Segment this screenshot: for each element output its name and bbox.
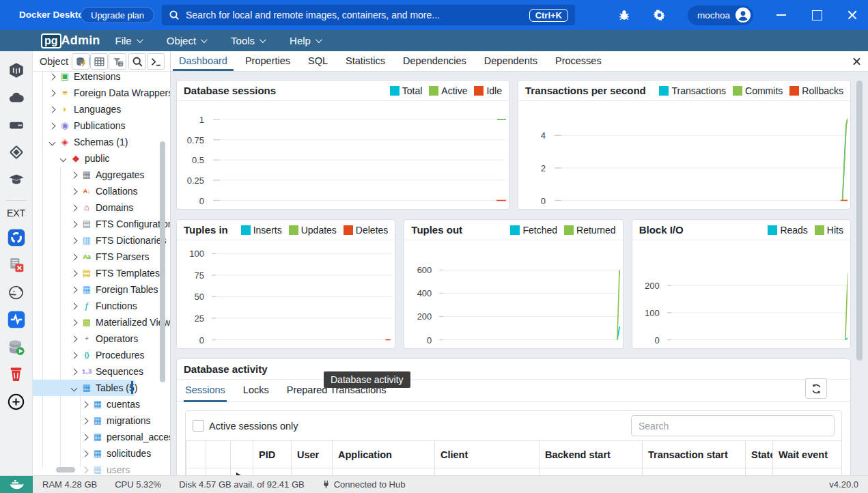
chevron-right-icon[interactable] — [79, 448, 90, 459]
sync-extension-icon[interactable] — [5, 227, 27, 249]
tree-vertical-scrollbar[interactable] — [160, 141, 165, 382]
chevron-right-icon[interactable] — [46, 104, 57, 115]
view-data-grid-button[interactable] — [90, 53, 108, 70]
chevron-right-icon[interactable] — [46, 87, 57, 98]
column-header-wait-event[interactable]: Wait event — [773, 441, 843, 468]
tab-sql[interactable]: SQL — [302, 51, 334, 71]
sessions-search-input[interactable] — [631, 415, 835, 436]
tree-item-fts-parsers[interactable]: AaFTS Parsers — [33, 249, 170, 265]
elephant-extension-icon[interactable] — [5, 281, 27, 303]
menu-object[interactable]: Object — [167, 35, 206, 46]
chevron-right-icon[interactable] — [68, 202, 79, 213]
tree-item-public[interactable]: ◆public — [33, 150, 170, 167]
tree-item-tables-5[interactable]: ▦Tables (5) — [33, 380, 170, 396]
chevron-right-icon[interactable] — [68, 317, 79, 328]
activity-tab-sessions[interactable]: Sessions — [184, 380, 227, 402]
tab-dashboard[interactable]: Dashboard — [173, 51, 234, 71]
tab-properties[interactable]: Properties — [239, 51, 296, 71]
tree-item-publications[interactable]: ◉Publications — [33, 117, 170, 134]
tree-item-migrations[interactable]: ▦migrations — [33, 412, 170, 429]
global-search-input[interactable]: Search for local and remote images, cont… — [162, 5, 575, 25]
tree-item-sequences[interactable]: 1..3Sequences — [33, 363, 170, 380]
terminate-session-cell[interactable] — [206, 468, 231, 476]
tree-item-materialized-views[interactable]: ▩Materialized Views — [33, 314, 170, 330]
tree-item-foreign-tables[interactable]: ▦Foreign Tables — [33, 281, 170, 298]
tab-dependencies[interactable]: Dependencies — [397, 51, 473, 71]
maximize-button[interactable] — [809, 8, 824, 23]
tree-item-collations[interactable]: A↓Collations — [33, 183, 170, 199]
tree-item-aggregates[interactable]: ▦Aggregates — [33, 167, 170, 183]
tree-item-domains[interactable]: ⌂Domains — [33, 199, 170, 216]
cancel-session-cell[interactable]: ✕ — [186, 468, 206, 476]
upgrade-plan-button[interactable]: Upgrade plan — [81, 7, 154, 23]
refresh-button[interactable] — [805, 378, 827, 399]
pulse-extension-icon[interactable] — [5, 309, 27, 330]
active-sessions-checkbox[interactable] — [193, 420, 204, 432]
tree-item-schemas-1[interactable]: ◈Schemas (1) — [33, 134, 170, 150]
column-header-pid[interactable]: PID — [253, 441, 292, 468]
chevron-right-icon[interactable] — [46, 120, 57, 131]
minimize-button[interactable] — [774, 8, 789, 23]
column-header-icon[interactable] — [186, 441, 206, 468]
docker-whale-icon[interactable] — [0, 476, 33, 493]
tab-dependents[interactable]: Dependents — [478, 51, 544, 71]
column-header-icon[interactable] — [206, 441, 231, 468]
tree-item-cuentas[interactable]: ▦cuentas — [33, 396, 170, 412]
graduation-cap-icon[interactable] — [5, 169, 27, 191]
tab-statistics[interactable]: Statistics — [339, 51, 391, 71]
user-account-button[interactable]: mochoa — [688, 5, 753, 25]
query-tool-button[interactable] — [72, 53, 89, 70]
chevron-right-icon[interactable] — [68, 186, 79, 197]
tree-item-solicitudes[interactable]: ▦solicitudes — [33, 445, 170, 462]
chevron-down-icon[interactable] — [46, 137, 57, 147]
tree-item-fts-dictionaries[interactable]: ▥FTS Dictionaries — [33, 232, 170, 249]
chevron-right-icon[interactable] — [79, 415, 90, 426]
column-header-user[interactable]: User — [292, 441, 333, 468]
dashboard-vertical-scrollbar[interactable] — [856, 81, 863, 361]
column-header-icon[interactable] — [231, 441, 253, 468]
chevron-right-icon[interactable] — [79, 432, 90, 442]
tree-horizontal-scrollbar[interactable] — [56, 467, 75, 473]
column-header-transaction-start[interactable]: Transaction start — [643, 441, 746, 468]
chevron-right-icon[interactable] — [68, 219, 79, 229]
tree-item-foreign-data-wrappers[interactable]: ≡Foreign Data Wrappers — [33, 85, 170, 101]
tree-item-users[interactable]: ▦users — [33, 462, 170, 475]
database-play-extension-icon[interactable] — [5, 336, 27, 358]
tree-item-extensions[interactable]: ▣Extensions — [33, 72, 170, 85]
menu-file[interactable]: File — [115, 35, 141, 46]
tab-processes[interactable]: Processes — [549, 51, 608, 71]
chevron-right-icon[interactable] — [68, 284, 79, 295]
chevron-down-icon[interactable] — [68, 382, 79, 393]
bug-report-icon[interactable] — [617, 8, 632, 23]
column-header-backend-start[interactable]: Backend start — [540, 441, 643, 468]
bucket-extension-icon[interactable] — [5, 363, 27, 385]
chevron-right-icon[interactable] — [68, 300, 79, 311]
chevron-down-icon[interactable] — [57, 153, 68, 164]
tree-item-procedures[interactable]: {}Procedures — [33, 347, 170, 363]
column-header-client[interactable]: Client — [435, 441, 540, 468]
filter-icon[interactable] — [109, 53, 126, 70]
spreadsheet-extension-icon[interactable] — [5, 254, 27, 276]
menu-help[interactable]: Help — [290, 35, 320, 46]
tree-item-functions[interactable]: ƒFunctions — [33, 298, 170, 314]
chevron-right-icon[interactable] — [68, 350, 79, 361]
close-panel-icon[interactable] — [852, 57, 861, 66]
tree-item-languages[interactable]: ◗Languages — [33, 101, 170, 117]
chevron-right-icon[interactable] — [79, 399, 90, 410]
pgadmin-logo[interactable]: pg Admin — [41, 33, 100, 48]
tree-item-fts-configurations[interactable]: ▤FTS Configurations — [33, 216, 170, 232]
activity-tab-locks[interactable]: Locks — [242, 380, 270, 402]
chevron-right-icon[interactable] — [68, 235, 79, 246]
package-icon[interactable] — [5, 141, 27, 163]
column-header-application[interactable]: Application — [333, 441, 435, 468]
psql-terminal-button[interactable] — [147, 53, 165, 70]
chevron-right-icon[interactable] — [68, 251, 79, 262]
chevron-right-icon[interactable] — [68, 333, 79, 344]
cube-icon[interactable] — [5, 59, 27, 81]
server-icon[interactable] — [5, 114, 27, 136]
tree-item-personal-acces[interactable]: ▦personal_acces — [33, 429, 170, 445]
close-button[interactable] — [845, 8, 860, 23]
chevron-right-icon[interactable] — [79, 464, 90, 475]
gear-icon[interactable] — [652, 8, 667, 23]
chevron-right-icon[interactable] — [68, 366, 79, 377]
